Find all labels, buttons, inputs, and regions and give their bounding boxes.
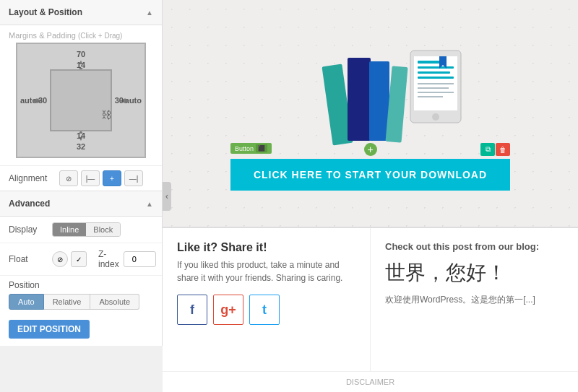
collapse-handle[interactable]: ‹ <box>163 182 171 211</box>
box-model-diagram[interactable]: 70 32 auto auto ▲▼ ▲▼ ◀▶ ◀▶ 14 14 30 30 … <box>16 43 146 158</box>
download-button-wrapper: Button ⬛ + ⧉ 🗑 CLICK HERE TO START YOUR … <box>230 159 510 191</box>
hero-image-area <box>269 36 472 152</box>
display-toggle: Inline Block <box>52 222 121 237</box>
position-relative-btn[interactable]: Relative <box>44 294 91 310</box>
canvas-area: Button ⬛ + ⧉ 🗑 CLICK HERE TO START YOUR … <box>163 0 578 227</box>
box-outer: 70 32 auto auto ▲▼ ▲▼ ◀▶ ◀▶ 14 14 30 30 … <box>16 43 146 158</box>
padding-right-value: 30 <box>115 96 124 105</box>
disclaimer: DISCLAIMER <box>163 371 578 392</box>
padding-left-value: 30 <box>38 96 47 105</box>
float-label: Float <box>9 254 52 264</box>
box-inner: 14 14 30 30 ⛓ <box>50 69 112 131</box>
blog-title: 世界，您好！ <box>385 259 564 287</box>
advanced-chevron-icon: ▲ <box>146 200 153 208</box>
display-row: Display Inline Block <box>0 217 162 243</box>
float-controls: ⊘ ✓ <box>52 251 87 267</box>
link-icon: ⛓ <box>101 109 111 121</box>
layout-position-header[interactable]: Layout & Position ▲ <box>0 0 162 25</box>
bottom-right-content: Check out this post from our blog: 世界，您好… <box>371 228 578 371</box>
position-label: Position <box>9 280 153 290</box>
position-auto-btn[interactable]: Auto <box>9 294 44 310</box>
zindex-input[interactable] <box>124 251 156 267</box>
display-label: Display <box>9 225 52 235</box>
block-toggle[interactable]: Block <box>86 223 120 236</box>
svg-rect-12 <box>418 83 454 84</box>
svg-point-11 <box>432 113 439 121</box>
alignment-row: Alignment ⊘ |— + —| <box>0 165 162 191</box>
share-heading: Like it? Share it! <box>177 241 355 254</box>
edit-position-button[interactable]: EDIT POSITION <box>9 320 90 339</box>
books-illustration <box>269 36 472 152</box>
bottom-left-content: Like it? Share it! If you liked this pro… <box>163 228 371 371</box>
svg-rect-1 <box>348 58 371 141</box>
button-badge: Button ⬛ <box>230 143 272 154</box>
margins-label: Margins & Padding (Click + Drag) <box>0 25 162 43</box>
blog-excerpt: 欢迎使用WordPress。这是您的第一[...] <box>385 294 564 306</box>
alignment-label: Alignment <box>9 173 59 183</box>
position-absolute-btn[interactable]: Absolute <box>90 294 139 310</box>
facebook-button[interactable]: f <box>177 295 207 325</box>
advanced-header[interactable]: Advanced ▲ <box>0 191 162 217</box>
inline-toggle[interactable]: Inline <box>53 223 86 236</box>
svg-rect-14 <box>418 92 454 93</box>
canvas-content: Button ⬛ + ⧉ 🗑 CLICK HERE TO START YOUR … <box>163 36 578 191</box>
advanced-title: Advanced <box>9 199 50 209</box>
padding-top-value: 14 <box>77 61 85 69</box>
left-panel: Layout & Position ▲ Margins & Padding (C… <box>0 0 163 346</box>
float-check-btn[interactable]: ✓ <box>71 251 87 267</box>
align-none-btn[interactable]: ⊘ <box>59 170 78 186</box>
float-zindex-row: Float ⊘ ✓ Z-index <box>0 243 162 276</box>
box-center: ⛓ <box>105 114 107 116</box>
layout-chevron-icon: ▲ <box>146 9 153 17</box>
margin-bottom-value: 32 <box>77 142 85 151</box>
delete-btn[interactable]: 🗑 <box>496 143 510 156</box>
duplicate-btn[interactable]: ⧉ <box>480 143 495 156</box>
alignment-buttons: ⊘ |— + —| <box>59 170 143 186</box>
add-icon[interactable]: + <box>364 143 377 156</box>
button-toolbar: Button ⬛ <box>230 143 272 154</box>
collapse-arrow-icon: ‹ <box>165 191 168 201</box>
twitter-button[interactable]: t <box>249 295 280 325</box>
align-center-btn[interactable]: + <box>103 170 121 186</box>
blog-post-heading: Check out this post from our blog: <box>385 241 564 252</box>
button-badge-icon: ⬛ <box>256 144 267 152</box>
position-row: Position Auto Relative Absolute <box>0 276 162 315</box>
svg-rect-8 <box>418 71 450 74</box>
main-area: Button ⬛ + ⧉ 🗑 CLICK HERE TO START YOUR … <box>163 0 578 392</box>
svg-rect-13 <box>418 87 449 89</box>
svg-rect-2 <box>369 61 389 141</box>
align-left-btn[interactable]: |— <box>81 170 100 186</box>
layout-position-title: Layout & Position <box>9 7 82 17</box>
share-body: If you liked this product, take a minute… <box>177 258 355 284</box>
button-actions: ⧉ 🗑 <box>480 143 510 156</box>
position-buttons: Auto Relative Absolute <box>9 294 153 310</box>
advanced-section: Advanced ▲ Display Inline Block Float ⊘ … <box>0 191 162 346</box>
svg-rect-7 <box>418 66 454 69</box>
svg-rect-15 <box>418 96 443 97</box>
bottom-section: Like it? Share it! If you liked this pro… <box>163 227 578 371</box>
download-button[interactable]: CLICK HERE TO START YOUR DOWNLOAD <box>230 159 510 191</box>
googleplus-button[interactable]: g+ <box>213 295 243 325</box>
svg-rect-9 <box>418 77 454 79</box>
margin-top-value: 70 <box>77 50 85 58</box>
float-circle-btn[interactable]: ⊘ <box>52 251 68 267</box>
zindex-label: Z-index <box>98 249 119 269</box>
social-buttons: f g+ t <box>177 295 355 325</box>
align-right-btn[interactable]: —| <box>124 170 143 186</box>
padding-bottom-value: 14 <box>77 131 85 140</box>
